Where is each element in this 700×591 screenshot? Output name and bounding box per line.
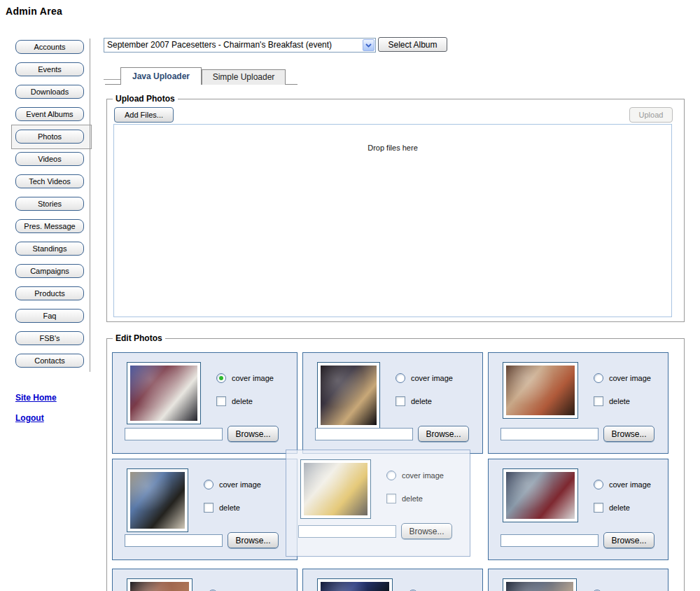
browse-button[interactable]: Browse...: [401, 523, 452, 539]
cover-image-label: cover image: [411, 374, 453, 382]
delete-checkbox[interactable]: [386, 494, 396, 503]
delete-label: delete: [219, 503, 240, 512]
cover-image-label: cover image: [609, 480, 651, 489]
photo-thumbnail[interactable]: [127, 578, 192, 591]
dropdown-arrow-icon[interactable]: [363, 39, 374, 51]
sidebar-button-contacts[interactable]: Contacts: [15, 354, 84, 368]
sidebar-button-standings[interactable]: Standings: [15, 242, 84, 256]
select-album-button[interactable]: Select Album: [378, 37, 447, 52]
delete-checkbox[interactable]: [396, 396, 405, 406]
filename-input[interactable]: [315, 428, 413, 440]
photo-controls: cover image delete: [594, 362, 651, 419]
photo-card-top: cover image delete: [113, 353, 297, 424]
photo-thumbnail[interactable]: [300, 459, 371, 519]
cover-image-radio[interactable]: [216, 373, 226, 383]
cover-image-label: cover image: [219, 480, 261, 489]
admin-page: Admin Area AccountsEventsDownloadsEvent …: [0, 0, 700, 591]
delete-checkbox[interactable]: [204, 503, 214, 513]
photo-controls: cover image delete: [204, 468, 261, 532]
sidebar-button-faq[interactable]: Faq: [15, 309, 84, 323]
cover-image-label: cover image: [609, 374, 651, 382]
photo-card-top: cover image delete: [489, 569, 668, 591]
photo-card-6: cover image delete Browse...: [488, 459, 668, 560]
photo-thumbnail[interactable]: [317, 362, 380, 429]
photo-controls: cover image delete: [592, 578, 650, 591]
sidebar-button-products[interactable]: Products: [15, 286, 84, 300]
photo-image: [506, 582, 573, 591]
photo-card-8: cover image delete Browse...: [302, 569, 483, 591]
upload-button[interactable]: Upload: [629, 107, 673, 123]
filename-input[interactable]: [125, 428, 223, 440]
photo-card-2: cover image delete Browse...: [302, 352, 483, 454]
cover-image-radio[interactable]: [204, 480, 214, 489]
photo-thumbnail[interactable]: [503, 578, 577, 591]
add-files-button[interactable]: Add Files...: [114, 107, 174, 123]
sidebar-button-accounts[interactable]: Accounts: [15, 40, 84, 54]
photo-card-top: cover image delete: [303, 569, 482, 591]
browse-button[interactable]: Browse...: [603, 532, 654, 548]
logout-link[interactable]: Logout: [15, 413, 44, 423]
browse-button[interactable]: Browse...: [418, 426, 469, 442]
photo-image: [506, 366, 575, 415]
browse-button[interactable]: Browse...: [227, 426, 279, 442]
upload-photos-section: Upload Photos Add Files... Upload Drop f…: [106, 99, 685, 322]
cover-image-radio[interactable]: [594, 480, 603, 489]
photo-card-top: cover image delete: [489, 459, 668, 526]
sidebar-button-tech-videos[interactable]: Tech Videos: [15, 174, 84, 188]
photo-thumbnail[interactable]: [127, 362, 201, 424]
sidebar-button-stories[interactable]: Stories: [15, 197, 84, 211]
filename-input[interactable]: [298, 525, 396, 538]
photo-controls: cover image delete: [386, 459, 444, 519]
filename-input[interactable]: [125, 534, 223, 547]
photo-card-top: cover image delete: [113, 569, 297, 591]
filename-input[interactable]: [500, 428, 598, 440]
sidebar-divider: [90, 39, 90, 372]
photo-image: [321, 366, 377, 425]
delete-label: delete: [609, 397, 630, 405]
file-dropzone[interactable]: Drop files here: [113, 124, 672, 317]
photo-card-3: cover image delete Browse...: [488, 352, 668, 454]
browse-button[interactable]: Browse...: [603, 426, 654, 442]
delete-checkbox[interactable]: [216, 396, 226, 406]
sidebar-button-campaigns[interactable]: Campaigns: [15, 264, 84, 278]
sidebar-button-fsb-s[interactable]: FSB's: [15, 331, 84, 345]
photo-card-1: cover image delete Browse...: [112, 352, 298, 454]
sidebar-button-downloads[interactable]: Downloads: [15, 85, 84, 99]
photo-thumbnail[interactable]: [503, 468, 578, 522]
photo-card-top: cover image delete: [303, 353, 482, 429]
photo-card-7: cover image delete Browse...: [112, 569, 298, 591]
photo-thumbnail[interactable]: [503, 362, 578, 419]
delete-label: delete: [609, 503, 630, 512]
sidebar-button-pres-message[interactable]: Pres. Message: [15, 219, 84, 233]
page-title: Admin Area: [6, 6, 62, 17]
filename-input[interactable]: [500, 534, 598, 547]
tab-java-uploader[interactable]: Java Uploader: [120, 67, 202, 85]
sidebar-button-events[interactable]: Events: [15, 62, 84, 76]
sidebar-button-videos[interactable]: Videos: [15, 152, 84, 166]
upload-photos-legend: Upload Photos: [113, 94, 178, 104]
photo-image: [304, 463, 368, 515]
photo-controls: cover image delete: [594, 468, 651, 526]
delete-checkbox[interactable]: [594, 503, 603, 513]
cover-image-radio[interactable]: [386, 471, 396, 480]
photo-thumbnail[interactable]: [317, 578, 393, 591]
dropzone-hint: Drop files here: [114, 144, 671, 152]
sidebar-button-event-albums[interactable]: Event Albums: [15, 107, 84, 121]
photo-card-5: cover image delete Browse...: [286, 450, 470, 557]
site-home-link[interactable]: Site Home: [15, 393, 57, 403]
cover-image-radio[interactable]: [594, 373, 603, 383]
delete-label: delete: [232, 397, 253, 405]
photo-image: [130, 582, 189, 591]
cover-image-label: cover image: [402, 471, 444, 480]
photo-controls: cover image delete: [396, 362, 453, 429]
photo-image: [130, 366, 197, 421]
album-dropdown[interactable]: September 2007 Pacesetters - Chairman's …: [104, 38, 376, 53]
browse-button[interactable]: Browse...: [227, 532, 279, 548]
cover-image-radio[interactable]: [396, 373, 405, 383]
delete-checkbox[interactable]: [594, 396, 603, 406]
photo-controls: cover image delete: [208, 578, 265, 591]
tab-simple-uploader[interactable]: Simple Uploader: [202, 69, 286, 85]
sidebar-button-photos[interactable]: Photos: [15, 130, 84, 144]
photo-card-4: cover image delete Browse...: [112, 459, 298, 560]
photo-thumbnail[interactable]: [127, 468, 188, 532]
